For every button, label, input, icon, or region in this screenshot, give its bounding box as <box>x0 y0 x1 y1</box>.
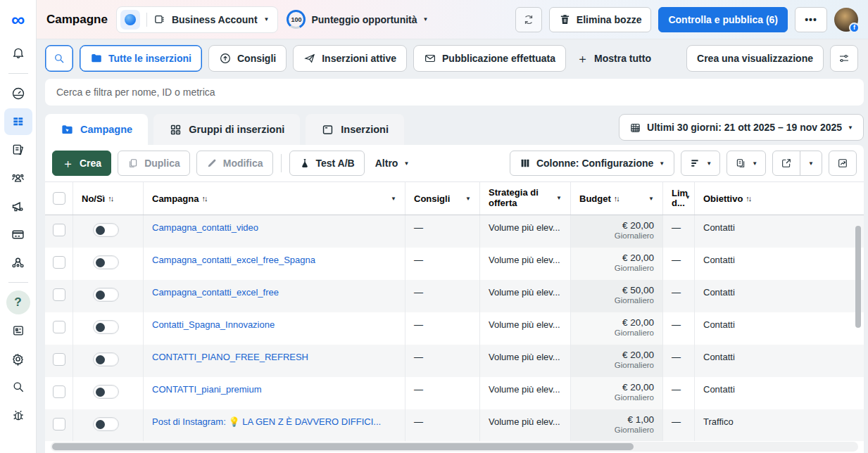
sort-icon: ↑↓ <box>201 194 206 203</box>
vertical-scrollbar-thumb[interactable] <box>855 226 861 328</box>
table-row: Campagna_contatti_excel_free — Volume pi… <box>45 280 864 312</box>
bid-strategy-cell: Volume più elev... <box>480 215 571 248</box>
campaign-name-link[interactable]: Campagna_contatti_excel_free <box>152 287 396 298</box>
news-feed-icon[interactable] <box>4 317 32 344</box>
settings-gear-icon[interactable] <box>4 345 32 372</box>
horizontal-scrollbar-thumb[interactable] <box>52 443 634 450</box>
refresh-button[interactable] <box>515 7 542 32</box>
select-all-checkbox[interactable] <box>53 192 65 205</box>
more-actions-button[interactable]: Altro ▼ <box>371 158 414 169</box>
budget-value: € 20,00 <box>622 350 654 360</box>
assets-network-icon[interactable] <box>4 249 32 276</box>
tab-ad-sets[interactable]: Gruppi di inserzioni <box>153 114 300 145</box>
campaign-name-link[interactable]: Campagna_contatti_excel_free_Spagna <box>152 255 396 265</box>
campaign-name-link[interactable]: CONTATTI_piani_premium <box>152 384 396 395</box>
campaigns-table-icon[interactable] <box>4 108 32 135</box>
filter-recommendations[interactable]: Consigli <box>208 45 287 72</box>
campaign-toggle[interactable] <box>93 352 119 366</box>
header-recommendations[interactable]: Consigli ▼ <box>405 182 480 215</box>
row-toggle-cell <box>73 248 144 280</box>
header-spend-limit[interactable]: Lim d... ▼ <box>663 182 695 215</box>
budget-period: Giornaliero <box>615 426 654 434</box>
export-options-button[interactable]: ▼ <box>800 151 822 175</box>
export-button[interactable] <box>773 151 800 175</box>
campaign-name-link[interactable]: CONTATTI_PIANO_FREE_REFRESH <box>152 352 396 362</box>
campaign-name-link[interactable]: Contatti_Spagna_Innovazione <box>152 319 396 330</box>
campaign-name-link[interactable]: Campagna_contatti_video <box>152 222 396 233</box>
campaign-toggle[interactable] <box>93 255 119 269</box>
row-checkbox[interactable] <box>53 418 65 430</box>
search-icon[interactable] <box>4 374 32 400</box>
level-tabs: Campagne Gruppi di inserzioni Inserzioni… <box>37 110 868 145</box>
campaign-toggle[interactable] <box>93 288 119 302</box>
header-objective[interactable]: Obiettivo ↑↓ <box>695 182 864 215</box>
row-checkbox[interactable] <box>53 385 65 398</box>
header-campaign[interactable]: Campagna ↑↓ ▼ <box>144 182 405 215</box>
sort-icon: ↑↓ <box>108 194 113 203</box>
breakdown-button[interactable]: ▼ <box>681 151 720 176</box>
filter-active-ads[interactable]: Inserzioni attive <box>293 45 407 72</box>
create-view-button[interactable]: Crea una visualizzazione <box>686 45 824 72</box>
meta-logo-icon[interactable]: ∞ <box>11 0 25 39</box>
account-overview-gauge-icon[interactable] <box>4 80 32 107</box>
more-options-button[interactable]: ••• <box>795 7 827 32</box>
budget-cell: € 50,00Giornaliero <box>571 280 663 312</box>
columns-button[interactable]: Colonne: Configurazione ▼ <box>510 151 674 176</box>
review-publish-button[interactable]: Controlla e pubblica (6) <box>658 7 788 32</box>
row-checkbox[interactable] <box>53 288 65 301</box>
billing-card-icon[interactable] <box>4 221 32 248</box>
help-question-icon[interactable]: ? <box>4 289 32 316</box>
score-value: 100 <box>289 12 303 27</box>
edit-button[interactable]: Modifica <box>196 151 273 176</box>
charts-button[interactable] <box>829 151 857 176</box>
create-button[interactable]: ＋ Crea <box>52 151 111 176</box>
audiences-people-icon[interactable] <box>4 165 32 191</box>
filter-label: Pubblicazione effettuata <box>442 53 555 64</box>
pages-icon[interactable] <box>4 136 32 163</box>
chevron-down-icon: ▼ <box>465 196 471 202</box>
header-budget[interactable]: Budget ↑↓ ▼ <box>571 182 663 215</box>
ads-megaphone-icon[interactable] <box>4 193 32 219</box>
score-label: Punteggio opportunità <box>311 14 417 25</box>
bid-strategy-cell: Volume più elev... <box>480 345 571 377</box>
header-toggle[interactable]: No/Sì ↑↓ <box>73 182 144 215</box>
filter-delivered[interactable]: Pubblicazione effettuata <box>413 45 566 72</box>
ab-test-button[interactable]: Test A/B <box>289 151 365 176</box>
recommendations-value: — <box>414 222 423 233</box>
recommendations-cell: — <box>405 280 480 312</box>
show-all-button[interactable]: ＋ Mostra tutto <box>572 51 655 67</box>
row-checkbox[interactable] <box>53 256 65 269</box>
header-bid-strategy[interactable]: Strategia di offerta ▼ <box>480 182 571 215</box>
campaign-toggle[interactable] <box>93 385 119 399</box>
header-label: Strategia di offerta <box>489 188 553 209</box>
bid-strategy-value: Volume più elev... <box>489 416 560 427</box>
filter-settings-button[interactable] <box>830 45 858 72</box>
chevron-down-icon: ▼ <box>423 16 429 23</box>
campaign-toggle[interactable] <box>93 223 119 237</box>
avatar[interactable]: f <box>834 8 858 32</box>
row-checkbox[interactable] <box>53 353 65 366</box>
notifications-bell-icon[interactable] <box>4 40 32 67</box>
business-account-selector[interactable]: Business Account ▼ <box>116 6 279 33</box>
date-range-selector[interactable]: Ultimi 30 giorni: 21 ott 2025 – 19 nov 2… <box>619 114 864 141</box>
campaign-toggle[interactable] <box>93 417 119 431</box>
row-toggle-cell <box>73 345 144 377</box>
filter-all-ads[interactable]: Tutte le inserzioni <box>80 45 202 72</box>
objective-value: Traffico <box>703 416 734 427</box>
search-input[interactable]: Cerca e filtra per nome, ID o metrica <box>45 79 864 106</box>
ads-manager-app: ∞ ? <box>0 0 868 453</box>
delete-drafts-button[interactable]: Elimina bozze <box>549 7 652 32</box>
recommendations-value: — <box>414 416 423 427</box>
opportunity-score[interactable]: 100 Punteggio opportunità ▼ <box>287 10 428 29</box>
bug-report-icon[interactable] <box>4 402 32 428</box>
row-checkbox[interactable] <box>53 224 65 236</box>
campaign-name-link[interactable]: Post di Instagram: 💡 LA GEN Z È DAVVERO … <box>152 416 396 427</box>
tab-ads[interactable]: Inserzioni <box>306 114 404 145</box>
search-filter-button[interactable] <box>45 45 73 72</box>
row-checkbox[interactable] <box>53 321 65 333</box>
campaign-toggle[interactable] <box>93 320 119 334</box>
tab-campaigns[interactable]: Campagne <box>45 114 148 145</box>
reports-button[interactable]: ▼ <box>727 151 766 176</box>
duplicate-button[interactable]: Duplica <box>118 151 190 176</box>
horizontal-scrollbar[interactable] <box>51 442 858 452</box>
